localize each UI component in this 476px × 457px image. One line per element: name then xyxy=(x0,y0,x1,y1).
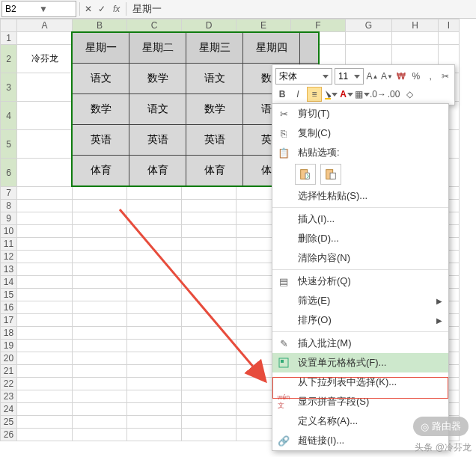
menu-format-cells[interactable]: 设置单元格格式(F)... xyxy=(272,353,448,372)
row-header[interactable]: 24 xyxy=(1,403,17,416)
cell[interactable] xyxy=(17,200,73,212)
cell[interactable] xyxy=(127,416,182,429)
paste-option-default[interactable] xyxy=(295,164,316,185)
schedule-cell[interactable]: 体育 xyxy=(73,156,129,186)
cell[interactable] xyxy=(127,263,182,276)
cell[interactable] xyxy=(182,429,237,441)
cell[interactable] xyxy=(73,378,127,390)
cell[interactable] xyxy=(127,327,182,340)
cell[interactable] xyxy=(17,263,73,276)
cell[interactable] xyxy=(17,429,73,441)
cell[interactable] xyxy=(182,251,237,263)
name-box[interactable]: B2 ▼ xyxy=(1,1,76,17)
row-header[interactable]: 20 xyxy=(1,352,17,365)
row-header[interactable]: 13 xyxy=(1,263,17,276)
cell[interactable] xyxy=(17,416,73,429)
cell[interactable] xyxy=(73,276,127,289)
cell[interactable] xyxy=(182,327,237,340)
row-header[interactable]: 14 xyxy=(1,276,17,289)
cell[interactable] xyxy=(73,251,127,263)
cell[interactable] xyxy=(182,352,237,365)
row-header[interactable]: 21 xyxy=(1,365,17,378)
row-header[interactable]: 17 xyxy=(1,314,17,327)
font-size-select[interactable]: 11 xyxy=(335,68,364,85)
column-header[interactable]: I xyxy=(439,19,460,32)
cell[interactable] xyxy=(73,390,127,403)
cell[interactable] xyxy=(127,225,182,238)
cell[interactable] xyxy=(17,159,73,187)
cell[interactable] xyxy=(73,352,127,365)
schedule-cell[interactable]: 英语 xyxy=(129,125,186,156)
font-name-select[interactable]: 宋体 xyxy=(275,68,332,85)
cell[interactable] xyxy=(127,238,182,251)
row-header[interactable]: 12 xyxy=(1,251,17,263)
column-header[interactable]: C xyxy=(127,19,182,32)
cell[interactable] xyxy=(182,314,237,327)
italic-button[interactable]: I xyxy=(291,88,305,101)
schedule-cell[interactable]: 英语 xyxy=(73,125,129,156)
schedule-cell[interactable]: 数学 xyxy=(129,64,186,94)
cell[interactable] xyxy=(127,251,182,263)
cell[interactable] xyxy=(182,263,237,276)
row-header[interactable]: 6 xyxy=(1,159,17,187)
cell[interactable] xyxy=(182,340,237,352)
menu-insert-comment[interactable]: ✎ 插入批注(M) xyxy=(272,334,448,353)
schedule-header-cell[interactable]: 星期三 xyxy=(186,33,243,64)
cell[interactable] xyxy=(127,352,182,365)
column-header[interactable]: B xyxy=(73,19,127,32)
menu-copy[interactable]: ⎘ 复制(C) xyxy=(272,123,448,143)
cell[interactable]: 冷芬龙 xyxy=(17,45,73,73)
column-header[interactable]: F xyxy=(291,19,346,32)
row-header[interactable]: 19 xyxy=(1,340,17,352)
cell[interactable] xyxy=(17,352,73,365)
cell[interactable] xyxy=(346,32,392,45)
cell[interactable] xyxy=(17,238,73,251)
cell[interactable] xyxy=(182,378,237,390)
bold-button[interactable]: B xyxy=(275,88,289,101)
cell[interactable] xyxy=(127,212,182,225)
cell[interactable] xyxy=(182,403,237,416)
schedule-header-cell[interactable] xyxy=(300,33,319,64)
cell[interactable] xyxy=(182,225,237,238)
cell[interactable] xyxy=(127,187,182,200)
cell[interactable] xyxy=(73,340,127,352)
cell[interactable] xyxy=(127,429,182,441)
cell[interactable] xyxy=(17,251,73,263)
menu-clear-contents[interactable]: 清除内容(N) xyxy=(272,248,448,268)
cell[interactable] xyxy=(127,390,182,403)
cell[interactable] xyxy=(17,102,73,130)
cell[interactable] xyxy=(127,301,182,314)
cell[interactable] xyxy=(127,403,182,416)
column-header[interactable]: H xyxy=(392,19,439,32)
cancel-formula-icon[interactable]: ✕ xyxy=(82,2,95,16)
name-box-dropdown-icon[interactable]: ▼ xyxy=(39,4,73,14)
row-header[interactable]: 3 xyxy=(1,73,17,102)
row-header[interactable]: 10 xyxy=(1,225,17,238)
percent-icon[interactable]: % xyxy=(410,70,422,83)
row-header[interactable]: 11 xyxy=(1,238,17,251)
schedule-cell[interactable]: 语文 xyxy=(186,64,243,94)
cell[interactable] xyxy=(73,314,127,327)
schedule-cell[interactable]: 体育 xyxy=(186,156,243,186)
row-header[interactable]: 16 xyxy=(1,301,17,314)
cell[interactable] xyxy=(73,403,127,416)
row-header[interactable]: 18 xyxy=(1,327,17,340)
cell[interactable] xyxy=(73,301,127,314)
cell[interactable] xyxy=(127,365,182,378)
schedule-cell[interactable]: 数学 xyxy=(186,94,243,125)
column-header[interactable]: A xyxy=(17,19,73,32)
decrease-decimal-icon[interactable]: .0→ xyxy=(371,88,385,101)
cell[interactable] xyxy=(182,365,237,378)
menu-pick-from-list[interactable]: 从下拉列表中选择(K)... xyxy=(272,372,448,392)
schedule-header-cell[interactable]: 星期一 xyxy=(73,33,129,64)
row-header[interactable]: 1 xyxy=(1,32,17,45)
row-header[interactable]: 25 xyxy=(1,416,17,429)
cell[interactable] xyxy=(17,73,73,102)
cell[interactable] xyxy=(127,289,182,301)
cell[interactable] xyxy=(73,327,127,340)
decrease-font-icon[interactable]: A▼ xyxy=(381,70,393,83)
comma-style-icon[interactable]: , xyxy=(424,70,436,83)
increase-decimal-icon[interactable]: .00 xyxy=(387,88,400,101)
cell[interactable] xyxy=(182,301,237,314)
cell[interactable] xyxy=(73,200,127,212)
